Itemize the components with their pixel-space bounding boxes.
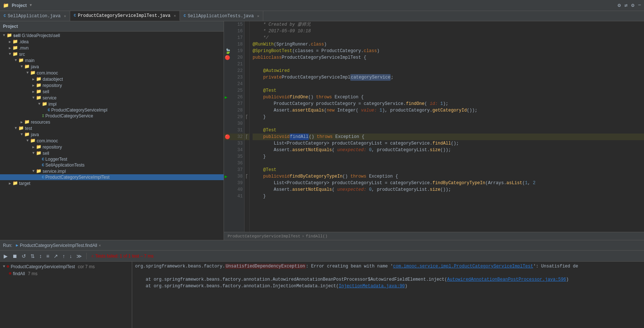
arrow-service-impl-test: ▼	[31, 169, 36, 173]
tree-item-sell-test[interactable]: ▼ 📁 sell	[0, 150, 224, 156]
link-4[interactable]: InjectionMetadata.java:90	[339, 284, 405, 289]
folder-icon-main: 📁	[18, 58, 24, 63]
output-text-3: at org.springframework.beans.factory.ann…	[135, 277, 569, 282]
gutter-24: 24	[224, 81, 244, 87]
filter-button[interactable]: ↕	[38, 252, 43, 260]
sort-button[interactable]: ⇅	[29, 252, 36, 260]
tree-item-target[interactable]: ▶ 📁 target	[0, 180, 224, 186]
folder-icon-impl: 📁	[42, 101, 47, 107]
tree-item-service[interactable]: ▼ 📁 service	[0, 95, 224, 101]
tab-close-tests[interactable]: ✕	[257, 14, 259, 18]
arrow-repository: ▶	[31, 83, 36, 88]
rerun-button[interactable]: ↺	[20, 252, 28, 260]
split-icon[interactable]: ⇄	[625, 2, 627, 8]
tab-sell-application[interactable]: C SellApplication.java ✕	[0, 11, 70, 21]
gutter-32: 32 🔴	[224, 134, 244, 140]
gutter-20: 20 🔴	[224, 54, 244, 61]
tree-label-service-impl: service.impl	[43, 169, 66, 174]
tree-item-main[interactable]: ▼ 📁 main	[0, 57, 224, 63]
minimize-icon[interactable]: −	[638, 2, 641, 8]
settings-icon[interactable]: ⚙	[618, 2, 621, 8]
tree-item-logger-test[interactable]: C LoggerTest	[0, 156, 224, 162]
run-item-pcsit[interactable]: ▼ ⊗ ProductCategoryServiceImplTest cor 7…	[0, 263, 132, 270]
gutter-31: 31	[224, 127, 244, 134]
code-41: }	[253, 193, 266, 200]
expand-button[interactable]: ≡	[45, 252, 51, 260]
tree-item-idea[interactable]: ▶ 📁 .idea	[0, 39, 224, 45]
code-line-38: public void findByCategoryTypeIn() throw…	[253, 173, 644, 180]
tree-item-product-category-service[interactable]: I ProductCategoryService	[0, 113, 224, 119]
tab-close[interactable]: ✕	[64, 14, 66, 18]
output-text-4: at org.springframework.beans.factory.ann…	[135, 284, 408, 289]
code-area[interactable]: * Created by 廖师兄 * 2017-05-09 10:18 */ @…	[250, 21, 644, 232]
tree-item-service-impl-test[interactable]: ▼ 📁 service.impl	[0, 168, 224, 174]
tab-sell-application-tests[interactable]: C SellApplicationTests.java ✕	[180, 11, 263, 21]
tree-label-resources: resources	[31, 120, 50, 125]
gutter-41: 41	[224, 193, 244, 200]
gutter-37: 37	[224, 167, 244, 173]
run-sidebar[interactable]: ▼ ⊗ ProductCategoryServiceImplTest cor 7…	[0, 262, 132, 328]
tree-label-sell-app-tests: SellApplicationTests	[46, 163, 85, 168]
tree-item-com-imooc-test[interactable]: ▼ 📁 com.imooc	[0, 138, 224, 144]
tree-item-sell-app-tests[interactable]: C SellApplicationTests	[0, 162, 224, 168]
config-icon[interactable]: ⚙	[631, 2, 634, 8]
tab-product-category-service-impl-test[interactable]: C ProductCategoryServiceImplTest.java ✕	[70, 11, 180, 21]
tree-item-repository[interactable]: ▶ 📁 repository	[0, 82, 224, 88]
folder-icon-dataobject: 📁	[36, 76, 41, 82]
output-line-2	[135, 270, 641, 276]
editor-content[interactable]: 15 16 17 18 19 🍃 20 🔴 21 22 23 24 25 26	[224, 21, 644, 232]
tree-item-repository-test[interactable]: ▶ 📁 repository	[0, 144, 224, 150]
tree-item-dataobject[interactable]: ▶ 📁 dataobject	[0, 76, 224, 82]
tree-item-product-category-service-impl[interactable]: C ProductCategoryServiceImpl	[0, 107, 224, 113]
tree-item-pcsit[interactable]: C ProductCategoryServiceImplTest	[0, 174, 224, 180]
more-button[interactable]: ≫	[75, 252, 83, 260]
kw-public-26: public	[253, 94, 279, 101]
folder-icon-resources: 📁	[24, 119, 30, 125]
arrow-impl: ▼	[37, 102, 42, 106]
run-tab[interactable]: ▶ ProductCategoryServiceImplTest.findAll…	[14, 243, 103, 248]
tree-item-com-imooc-main[interactable]: ▼ 📁 com.imooc	[0, 70, 224, 76]
gutter-26: 26 ▶	[224, 94, 244, 101]
run-class-label: ProductCategoryServiceImplTest	[11, 264, 75, 269]
tree-label-pcsit: ProductCategoryServiceImplTest	[46, 175, 110, 180]
run-button[interactable]: ▶	[2, 252, 9, 260]
dropdown-icon[interactable]: ▼	[30, 3, 32, 7]
folder-icon-idea: 📁	[12, 39, 18, 44]
comment-17: */	[253, 34, 268, 41]
gutter-15: 15	[224, 21, 244, 28]
breadcrumb-sep1: ›	[302, 234, 304, 238]
code-line-19: @SpringBootTest(classes = ProductCategor…	[253, 48, 644, 54]
var-23: categoryService	[350, 74, 391, 81]
tree-item-java-main[interactable]: ▼ 📁 java	[0, 63, 224, 70]
stop-button[interactable]: ⏹	[11, 252, 19, 260]
tree-label-dataobject: dataobject	[43, 77, 63, 82]
run-tab-close[interactable]: ✕	[99, 243, 101, 248]
tree-item-test[interactable]: ▼ 📁 test	[0, 125, 224, 131]
tree-item-impl[interactable]: ▼ 📁 impl	[0, 101, 224, 107]
tree-item-java-test[interactable]: ▼ 📁 java	[0, 131, 224, 138]
code-32-rest: () throws Exception {	[309, 134, 364, 140]
tab-close-active[interactable]: ✕	[174, 14, 176, 18]
empty-36	[253, 160, 255, 167]
arrow-repository-test: ▶	[31, 145, 36, 149]
tree-item-sell-root[interactable]: ▼ 📁 sell G:\IdeaProjects\sell	[0, 32, 224, 39]
export-button[interactable]: ↗	[52, 252, 59, 260]
code-line-36	[253, 160, 644, 167]
tree-item-resources[interactable]: ▶ 📁 resources	[0, 119, 224, 125]
run-tab-label: ProductCategoryServiceImplTest.findAll	[20, 243, 97, 248]
code-line-20: public class ProductCategoryServiceImplT…	[253, 54, 644, 61]
breadcrumb: ProductCategoryServiceImplTest › findAll…	[224, 232, 644, 240]
output-link-1[interactable]: com.imooc.service.impl.ProductCategorySe…	[393, 264, 533, 269]
run-item-find-all[interactable]: ⊗ findAll 7 ms	[0, 270, 132, 277]
code-line-18: @RunWith(SpringRunner.class)	[253, 41, 644, 48]
tree-item-src[interactable]: ▼ 📁 src	[0, 51, 224, 57]
link-3[interactable]: AutowiredAnnotationBeanPostProcessor.jav…	[447, 277, 566, 282]
down-button[interactable]: ↓	[68, 252, 73, 260]
tree-item-sell-pkg[interactable]: ▶ 📁 sell	[0, 88, 224, 95]
arrow-com-imooc-main: ▼	[25, 71, 30, 75]
run-output[interactable]: org.springframework.beans.factory.Unsati…	[132, 262, 644, 328]
gutter-18: 18	[224, 41, 244, 48]
tree-item-mvn[interactable]: ▶ 📁 .mvn	[0, 45, 224, 51]
up-button[interactable]: ↑	[61, 252, 66, 260]
file-tree[interactable]: ▼ 📁 sell G:\IdeaProjects\sell ▶ 📁 .idea …	[0, 32, 224, 240]
